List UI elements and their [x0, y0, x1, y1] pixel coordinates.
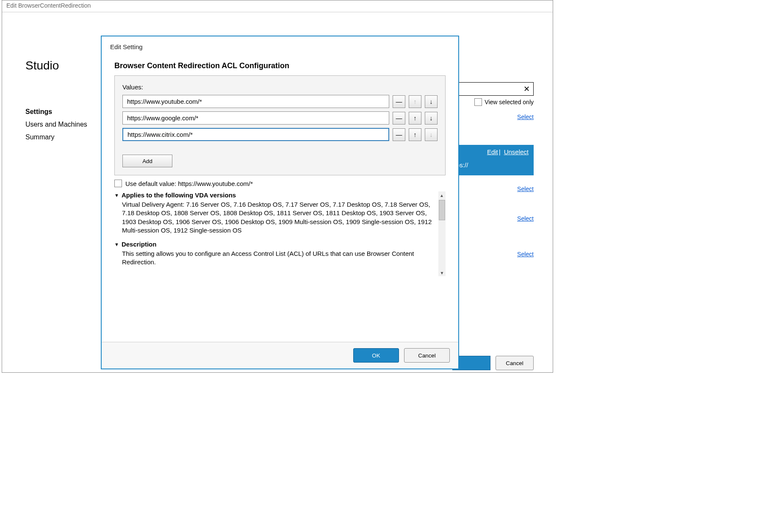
value-row-0: — ↑ ↓: [122, 95, 438, 108]
value-row-1: — ↑ ↓: [122, 111, 438, 125]
applies-section: ▼ Applies to the following VDA versions …: [114, 191, 437, 241]
description-section: ▼ Description This setting allows you to…: [114, 241, 437, 273]
window-title: Edit BrowserContentRedirection: [2, 0, 553, 12]
use-default-checkbox[interactable]: Use default value: https://www.youtube.c…: [114, 180, 446, 187]
checkbox-icon: [474, 98, 482, 106]
arrow-down-icon: ↓: [429, 98, 433, 105]
unselect-link[interactable]: Unselect: [504, 148, 529, 155]
remove-button-0[interactable]: —: [393, 95, 405, 108]
move-down-button-0[interactable]: ↓: [425, 95, 438, 108]
scroll-thumb[interactable]: [439, 200, 445, 220]
move-up-button-2[interactable]: ↑: [409, 128, 421, 141]
minus-icon: —: [396, 98, 402, 105]
value-input-1[interactable]: [122, 111, 389, 125]
view-selected-only-label: View selected only: [485, 99, 534, 105]
arrow-up-icon: ↑: [413, 114, 417, 122]
close-icon: ✕: [523, 84, 530, 94]
move-down-button-1[interactable]: ↓: [425, 112, 438, 125]
description-text: This setting allows you to configure an …: [114, 248, 437, 273]
main-footer: Cancel: [452, 356, 534, 370]
applies-header-label: Applies to the following VDA versions: [122, 191, 236, 199]
use-default-label: Use default value: https://www.youtube.c…: [125, 180, 253, 187]
main-body: Studio Settings Users and Machines Summa…: [2, 12, 553, 372]
edit-link[interactable]: Edit: [487, 148, 498, 155]
main-window: Edit BrowserContentRedirection Studio Se…: [2, 0, 553, 373]
remove-button-2[interactable]: —: [393, 128, 405, 141]
value-input-2[interactable]: [122, 128, 389, 141]
applies-header[interactable]: ▼ Applies to the following VDA versions: [114, 191, 437, 199]
scroll-down-icon[interactable]: ▼: [439, 270, 445, 276]
info-scroll-area: ▼ Applies to the following VDA versions …: [114, 191, 446, 276]
checkbox-icon: [114, 180, 122, 187]
select-link-2[interactable]: Select: [517, 186, 534, 192]
select-link-4[interactable]: Select: [517, 251, 534, 258]
move-down-button-2: ↓: [425, 128, 438, 141]
modal-header: Edit Setting: [102, 36, 458, 53]
scrollbar[interactable]: ▲ ▼: [438, 191, 446, 276]
triangle-down-icon: ▼: [114, 242, 119, 247]
arrow-down-icon: ↓: [429, 114, 433, 122]
arrow-up-icon: ↑: [413, 131, 417, 138]
ok-button[interactable]: OK: [353, 348, 399, 363]
add-button[interactable]: Add: [122, 155, 172, 167]
arrow-down-icon: ↓: [429, 131, 433, 138]
minus-icon: —: [396, 131, 402, 138]
select-link-1[interactable]: Select: [517, 114, 534, 120]
value-row-2: — ↑ ↓: [122, 128, 438, 141]
sidebar-item-summary[interactable]: Summary: [25, 131, 87, 144]
remove-button-1[interactable]: —: [393, 112, 405, 125]
sidebar-item-users-machines[interactable]: Users and Machines: [25, 118, 87, 131]
modal-cancel-button[interactable]: Cancel: [404, 348, 450, 363]
description-header[interactable]: ▼ Description: [114, 241, 437, 248]
move-up-button-0: ↑: [409, 95, 421, 108]
value-input-0[interactable]: [122, 95, 389, 108]
sidebar-item-settings[interactable]: Settings: [25, 105, 87, 118]
triangle-down-icon: ▼: [114, 193, 119, 198]
main-cancel-button[interactable]: Cancel: [496, 356, 534, 370]
move-up-button-1[interactable]: ↑: [409, 112, 421, 125]
scroll-up-icon[interactable]: ▲: [439, 192, 445, 199]
select-link-3[interactable]: Select: [517, 215, 534, 222]
values-label: Values:: [122, 83, 438, 91]
arrow-up-icon: ↑: [413, 98, 417, 105]
modal-title: Browser Content Redirection ACL Configur…: [102, 53, 458, 75]
brand-label: Studio: [25, 59, 59, 72]
search-input-clear[interactable]: ✕: [457, 82, 534, 96]
modal-footer: OK Cancel: [102, 342, 458, 369]
minus-icon: —: [396, 114, 402, 122]
description-header-label: Description: [122, 241, 157, 248]
view-selected-only-checkbox[interactable]: View selected only: [474, 98, 534, 106]
sidebar: Settings Users and Machines Summary: [25, 105, 87, 144]
applies-text: Virtual Delivery Agent: 7.16 Server OS, …: [114, 199, 437, 241]
values-panel: Values: — ↑ ↓ — ↑ ↓ — ↑ ↓: [114, 75, 446, 175]
edit-setting-modal: Edit Setting Browser Content Redirection…: [101, 36, 459, 369]
